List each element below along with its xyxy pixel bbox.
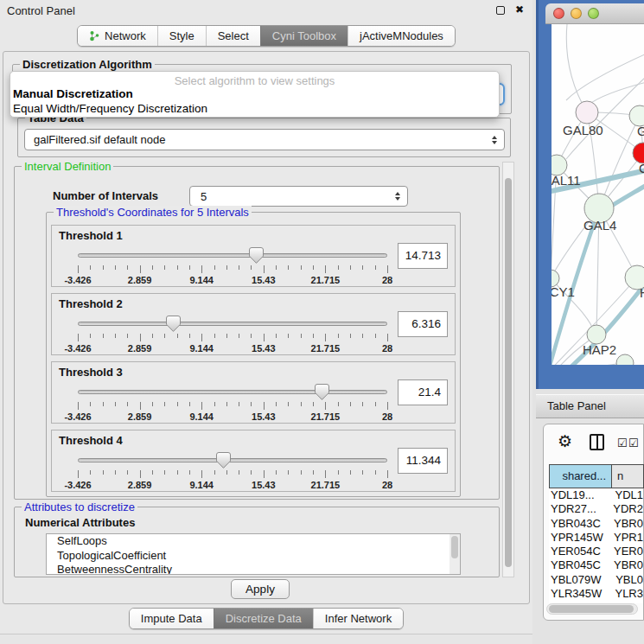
tab-select[interactable]: Select — [206, 26, 260, 46]
slider-ticks — [78, 334, 387, 341]
table-row[interactable]: YPR145W YPR1 — [549, 531, 643, 545]
cell-name: YDR2 — [607, 502, 643, 516]
main-vertical-scrollbar[interactable] — [502, 162, 514, 577]
table-panel-header: Table Panel — [536, 394, 644, 418]
tab-cyni-toolbox[interactable]: Cyni Toolbox — [260, 26, 348, 46]
network-node[interactable] — [616, 354, 634, 365]
tab-label: Select — [218, 29, 249, 42]
attribute-selfloops[interactable]: SelfLoops — [47, 534, 460, 549]
attribute-betweennesscentrality[interactable]: BetweennessCentrality — [47, 563, 460, 575]
column-header-name[interactable]: n — [612, 464, 644, 488]
network-canvas[interactable]: GAL80G.CGAL11GAL4GCY1HHAP2 — [552, 24, 644, 365]
table-horizontal-scrollbar[interactable] — [546, 603, 638, 615]
table-row[interactable]: YBR043C YBR0 — [549, 517, 643, 531]
node-label: C — [639, 161, 644, 175]
cell-name: YBR0 — [608, 517, 643, 531]
tab-network[interactable]: Network — [78, 26, 157, 46]
table-row[interactable]: YBR045C YBR0 — [549, 558, 643, 572]
scrollbar-thumb[interactable] — [549, 605, 634, 613]
node-label: GAL4 — [583, 218, 616, 233]
cell-shared-name: YER054C — [549, 545, 608, 558]
slider-track[interactable] — [78, 458, 387, 462]
attributes-scrollbar[interactable] — [450, 534, 460, 574]
network-edge[interactable] — [566, 24, 587, 112]
tab-label: Discretize Data — [226, 612, 302, 625]
threshold-value-field[interactable]: 14.713 — [398, 243, 448, 269]
tab-discretize-data[interactable]: Discretize Data — [214, 609, 313, 628]
network-icon — [89, 30, 100, 41]
algorithm-options: Manual DiscretizationEqual Width/Frequen… — [13, 86, 496, 116]
node-label: H — [640, 285, 644, 300]
cell-shared-name: YDL19... — [549, 488, 609, 502]
slider-axis-labels: -3.4262.8599.14415.4321.71528 — [78, 480, 387, 490]
attribute-topologicalcoefficient[interactable]: TopologicalCoefficient — [47, 549, 460, 564]
interval-definition-title: Interval Definition — [22, 160, 113, 173]
slider-thumb[interactable] — [249, 247, 264, 264]
float-panel-icon[interactable] — [496, 6, 505, 15]
numerical-attributes-list[interactable]: SelfLoopsTopologicalCoefficientBetweenne… — [46, 533, 461, 575]
threshold-value-field[interactable]: 11.344 — [398, 448, 448, 474]
node-label: HAP2 — [583, 342, 616, 357]
number-of-intervals-spinner[interactable]: 5 — [189, 186, 408, 207]
tab-style[interactable]: Style — [157, 26, 206, 46]
node-label: GAL11 — [552, 173, 581, 188]
algorithm-option-equal-width-frequency-discretization[interactable]: Equal Width/Frequency Discretization — [13, 101, 496, 116]
table-row[interactable]: YDR27... YDR2 — [549, 502, 643, 516]
table-row[interactable]: YLR345W YLR3 — [549, 587, 643, 601]
panel-title: Control Panel — [7, 4, 75, 17]
slider-track[interactable] — [78, 253, 387, 258]
table-data-combo[interactable]: galFiltered.sif default node — [24, 129, 505, 150]
table-row[interactable]: YBL079W YBL0 — [549, 573, 643, 587]
combo-arrows-icon — [492, 136, 497, 144]
tab-impute-data[interactable]: Impute Data — [130, 609, 214, 628]
threshold-slider[interactable]: -3.4262.8599.14415.4321.71528 — [78, 385, 387, 421]
tab-jactivemnodules[interactable]: jActiveMNodules — [348, 26, 455, 46]
threshold-slider[interactable]: -3.4262.8599.14415.4321.71528 — [78, 316, 387, 353]
slider-thumb[interactable] — [166, 316, 181, 332]
slider-axis-labels: -3.4262.8599.14415.4321.71528 — [78, 343, 387, 354]
table-panel-title: Table Panel — [547, 399, 606, 412]
cell-name: YBL0 — [609, 573, 643, 587]
tab-infer-network[interactable]: Infer Network — [313, 609, 403, 628]
scrollbar-thumb[interactable] — [505, 178, 512, 567]
threshold-label: Threshold 2 — [59, 297, 123, 310]
threshold-slider[interactable]: -3.4262.8599.14415.4321.71528 — [78, 248, 387, 284]
network-window-titlebar[interactable] — [545, 3, 644, 24]
checkbox-checked-icon[interactable]: ☑ — [628, 437, 639, 450]
columns-icon[interactable] — [590, 434, 604, 450]
gear-icon[interactable]: ⚙ — [558, 431, 572, 450]
scrollbar-thumb[interactable] — [451, 536, 458, 558]
cell-shared-name: YDR27... — [549, 502, 607, 516]
slider-track[interactable] — [78, 390, 387, 394]
cell-name: YPR1 — [608, 531, 643, 545]
zoom-traffic-light[interactable] — [588, 8, 599, 19]
slider-thumb[interactable] — [216, 452, 231, 469]
network-node-gal80[interactable] — [576, 101, 598, 124]
network-window: GAL80G.CGAL11GAL4GCY1HHAP2 — [536, 0, 644, 389]
network-node-hap2[interactable] — [587, 325, 606, 344]
threshold-value-field[interactable]: 6.316 — [398, 311, 448, 337]
close-traffic-light[interactable] — [553, 8, 564, 19]
column-header-shared-name[interactable]: shared... — [549, 464, 612, 488]
slider-ticks — [78, 265, 387, 273]
apply-button[interactable]: Apply — [231, 579, 290, 599]
table-row[interactable]: YDL19... YDL1 — [549, 488, 643, 502]
table-row[interactable]: YER054C YER0 — [549, 545, 643, 558]
algorithm-option-manual-discretization[interactable]: Manual Discretization — [13, 86, 496, 101]
cell-name: YER0 — [608, 545, 643, 558]
node-label: G. — [637, 124, 644, 138]
tab-label: jActiveMNodules — [360, 29, 443, 42]
cell-name: YBR0 — [608, 558, 643, 572]
table-panel: ⚙ ☑ ☑ shared... n YDL19... YDL1 YDR27...… — [543, 424, 644, 621]
minimize-traffic-light[interactable] — [571, 8, 582, 19]
threshold-slider[interactable]: -3.4262.8599.14415.4321.71528 — [78, 453, 387, 489]
slider-track[interactable] — [78, 322, 387, 326]
network-edge[interactable] — [589, 82, 644, 105]
close-icon[interactable]: ✖ — [515, 3, 524, 16]
threshold-label: Threshold 3 — [59, 366, 123, 379]
slider-ticks — [78, 470, 387, 478]
slider-thumb[interactable] — [315, 384, 329, 400]
cell-shared-name: YBR043C — [549, 517, 608, 531]
threshold-value-field[interactable]: 21.4 — [398, 379, 448, 405]
checkbox-checked-icon[interactable]: ☑ — [617, 437, 628, 450]
